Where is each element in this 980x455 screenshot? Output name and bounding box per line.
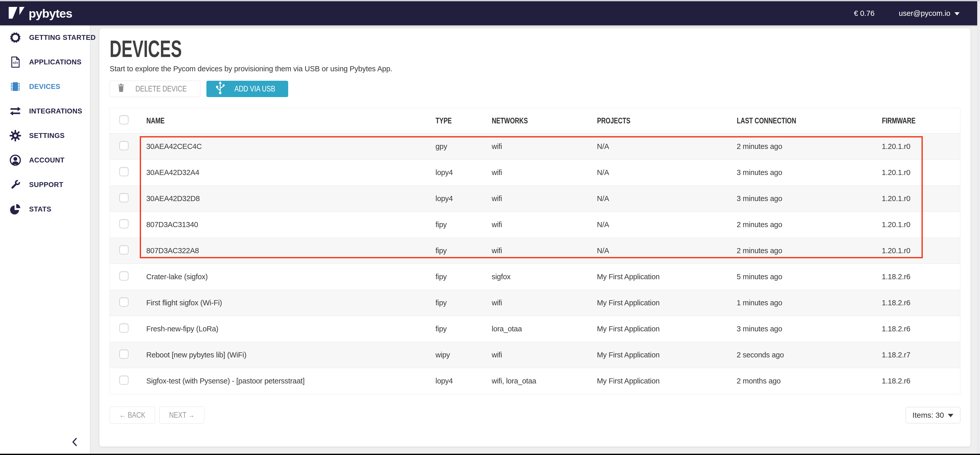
device-projects: My First Application xyxy=(597,316,737,342)
devices-card: DEVICES Start to explore the Pycom devic… xyxy=(99,29,970,447)
sidebar-item-integrations[interactable]: INTEGRATIONS xyxy=(0,99,90,123)
device-name: 30AEA42CEC4C xyxy=(138,134,436,160)
table-row[interactable]: 807D3AC31340 fipy wifi N/A 2 minutes ago… xyxy=(110,212,960,238)
device-last-connection: 3 minutes ago xyxy=(737,186,882,212)
row-checkbox[interactable] xyxy=(119,375,129,385)
scrollbar[interactable] xyxy=(977,1,980,454)
delete-device-button[interactable]: DELETE DEVICE xyxy=(110,81,200,97)
balance[interactable]: € 0.76 xyxy=(854,9,875,18)
device-firmware: 1.18.2.r7 xyxy=(882,342,960,368)
device-firmware: 1.20.1.r0 xyxy=(882,238,960,264)
device-projects: My First Application xyxy=(597,368,737,394)
device-type: fipy xyxy=(436,238,492,264)
device-type: fipy xyxy=(436,264,492,290)
brand[interactable]: pybytes xyxy=(8,6,72,21)
row-checkbox[interactable] xyxy=(119,193,129,202)
table-row[interactable]: 30AEA42D32D8 lopy4 wifi N/A 3 minutes ag… xyxy=(110,186,960,212)
table-row[interactable]: 30AEA42CEC4C gpy wifi N/A 2 minutes ago … xyxy=(110,134,960,160)
row-checkbox[interactable] xyxy=(119,298,129,307)
sidebar-item-support[interactable]: SUPPORT xyxy=(0,172,90,197)
device-firmware: 1.20.1.r0 xyxy=(882,186,960,212)
table-row[interactable]: Crater-lake (sigfox) fipy sigfox My Firs… xyxy=(110,264,960,290)
device-projects: N/A xyxy=(597,160,737,186)
items-per-page-select[interactable]: Items: 30 xyxy=(906,407,960,423)
user-circle-icon xyxy=(9,154,21,166)
table-row[interactable]: Fresh-new-fipy (LoRa) fipy lora_otaa My … xyxy=(110,316,960,342)
row-checkbox[interactable] xyxy=(119,271,129,280)
device-last-connection: 2 minutes ago xyxy=(737,212,882,238)
device-type: gpy xyxy=(436,134,492,160)
device-last-connection: 1 minutes ago xyxy=(737,290,882,316)
device-networks: wifi xyxy=(492,186,597,212)
device-last-connection: 2 seconds ago xyxy=(737,342,882,368)
device-networks: lora_otaa xyxy=(492,316,597,342)
svg-text:</>: </> xyxy=(13,60,18,65)
device-type: fipy xyxy=(436,212,492,238)
user-menu[interactable]: user@pycom.io xyxy=(899,9,959,18)
device-firmware: 1.18.2.r6 xyxy=(882,264,960,290)
sidebar-item-label: APPLICATIONS xyxy=(29,58,81,66)
window-bottom-edge xyxy=(0,454,980,455)
device-name: 30AEA42D32D8 xyxy=(138,186,436,212)
sidebar-item-getting-started[interactable]: GETTING STARTED xyxy=(0,25,90,50)
column-header-networks: NETWORKS xyxy=(492,108,597,134)
device-projects: N/A xyxy=(597,212,737,238)
wrench-icon xyxy=(9,178,21,191)
code-file-icon: </> xyxy=(9,56,21,68)
device-projects: N/A xyxy=(597,186,737,212)
sidebar-item-applications[interactable]: </> APPLICATIONS xyxy=(0,50,90,74)
device-name: Crater-lake (sigfox) xyxy=(138,264,436,290)
device-firmware: 1.18.2.r6 xyxy=(882,316,960,342)
table-row[interactable]: Reboot [new pybytes lib] (WiFi) wipy wif… xyxy=(110,342,960,368)
chevron-down-icon xyxy=(948,414,953,417)
sidebar-item-settings[interactable]: SETTINGS xyxy=(0,123,90,148)
sidebar-item-label: SUPPORT xyxy=(29,181,64,189)
sidebar-item-account[interactable]: ACCOUNT xyxy=(0,148,90,172)
row-checkbox[interactable] xyxy=(119,141,129,150)
device-type: fipy xyxy=(436,290,492,316)
device-networks: wifi, lora_otaa xyxy=(492,368,597,394)
sidebar-item-stats[interactable]: STATS xyxy=(0,197,90,221)
page-title: DEVICES xyxy=(110,37,960,60)
device-name: 807D3AC322A8 xyxy=(138,238,436,264)
device-firmware: 1.20.1.r0 xyxy=(882,160,960,186)
sidebar-item-label: SETTINGS xyxy=(29,132,65,140)
add-via-usb-button[interactable]: ADD VIA USB xyxy=(207,81,288,97)
sidebar-collapse-button[interactable] xyxy=(70,437,80,447)
next-button[interactable]: NEXT → xyxy=(159,406,204,423)
table-row[interactable]: 30AEA42D32A4 lopy4 wifi N/A 3 minutes ag… xyxy=(110,160,960,186)
sidebar-item-label: ACCOUNT xyxy=(29,156,65,164)
device-name: First flight sigfox (Wi-Fi) xyxy=(138,290,436,316)
delete-device-label: DELETE DEVICE xyxy=(135,84,187,94)
table-row[interactable]: 807D3AC322A8 fipy wifi N/A 2 minutes ago… xyxy=(110,238,960,264)
column-header-type: TYPE xyxy=(436,108,492,134)
sidebar: GETTING STARTED </> APPLICATIONS xyxy=(0,25,90,454)
device-name: Reboot [new pybytes lib] (WiFi) xyxy=(138,342,436,368)
table-row[interactable]: Sigfox-test (with Pysense) - [pastoor pe… xyxy=(110,368,960,394)
device-firmware: 1.20.1.r0 xyxy=(882,212,960,238)
device-projects: N/A xyxy=(597,134,737,160)
device-projects: My First Application xyxy=(597,290,737,316)
device-networks: wifi xyxy=(492,134,597,160)
device-networks: wifi xyxy=(492,290,597,316)
row-checkbox[interactable] xyxy=(119,245,129,255)
devices-table: NAME TYPE NETWORKS PROJECTS LAST CONNECT… xyxy=(110,108,960,394)
row-checkbox[interactable] xyxy=(119,167,129,176)
row-checkbox[interactable] xyxy=(119,323,129,332)
select-all-checkbox[interactable] xyxy=(119,115,129,124)
chevron-left-icon xyxy=(70,438,79,447)
device-type: lopy4 xyxy=(436,160,492,186)
device-last-connection: 2 minutes ago xyxy=(737,238,882,264)
table-row[interactable]: First flight sigfox (Wi-Fi) fipy wifi My… xyxy=(110,290,960,316)
page-subtitle: Start to explore the Pycom devices by pr… xyxy=(110,65,960,73)
top-bar: pybytes € 0.76 user@pycom.io xyxy=(0,1,980,25)
back-button[interactable]: ← BACK xyxy=(110,406,155,423)
toolbar: DELETE DEVICE xyxy=(110,81,960,97)
row-checkbox[interactable] xyxy=(119,350,129,359)
trash-icon xyxy=(118,84,125,94)
sidebar-item-devices[interactable]: DEVICES xyxy=(0,74,90,99)
device-networks: wifi xyxy=(492,238,597,264)
device-table-body: 30AEA42CEC4C gpy wifi N/A 2 minutes ago … xyxy=(110,134,960,394)
row-checkbox[interactable] xyxy=(119,219,129,228)
sidebar-item-label: DEVICES xyxy=(29,83,60,91)
